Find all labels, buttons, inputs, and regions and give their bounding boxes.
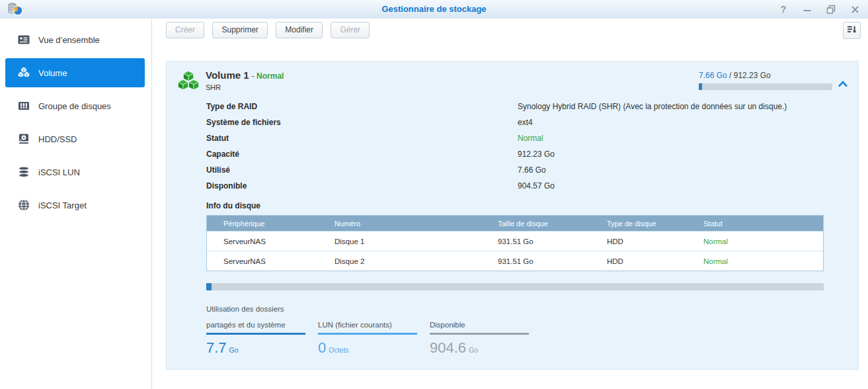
sidebar-item-overview[interactable]: Vue d’ensemble xyxy=(5,25,145,54)
column-header: Type de disque xyxy=(607,220,703,228)
legend-item-1: Utilisation des dossiers partagés et du … xyxy=(206,300,305,357)
volume-green-cubes-icon xyxy=(177,69,200,93)
sidebar-item-label: Volume xyxy=(38,68,67,78)
legend-label: LUN (fichier courants) xyxy=(318,317,392,333)
volume-details: Type de RAID Synology Hybrid RAID (SHR) … xyxy=(206,99,824,194)
iscsi-target-icon xyxy=(17,198,30,212)
volume-status: Normal xyxy=(256,71,284,81)
column-header: Périphérique xyxy=(207,220,335,228)
detail-row-filesystem: Système de fichiers ext4 xyxy=(206,114,824,130)
sort-list-icon xyxy=(846,24,857,38)
sidebar-item-label: HDD/SSD xyxy=(38,134,77,144)
legend-value-unit: Go xyxy=(469,346,478,354)
detail-row-raid-type: Type de RAID Synology Hybrid RAID (SHR) … xyxy=(206,99,824,114)
sort-list-button[interactable] xyxy=(843,22,861,39)
restore-icon[interactable] xyxy=(826,4,836,15)
sidebar-item-label: Groupe de disques xyxy=(38,101,111,111)
disk-status: Normal xyxy=(703,257,823,265)
column-header: Taille de disque xyxy=(498,220,607,228)
volume-panel: Volume 1 - Normal SHR 7.66 Go / 912.23 G… xyxy=(166,61,859,370)
capacity-bar xyxy=(699,83,832,90)
column-header: Statut xyxy=(703,220,823,228)
table-row: ServeurNAS Disque 2 931.51 Go HDD Normal xyxy=(207,251,823,271)
capacity-used: 7.66 Go xyxy=(699,71,727,80)
delete-button[interactable]: Supprimer xyxy=(212,22,267,38)
sidebar-item-iscsi-target[interactable]: iSCSI Target xyxy=(5,191,145,220)
sidebar: Vue d’ensemble xyxy=(0,19,152,389)
create-button: Créer xyxy=(166,22,204,38)
disk-status: Normal xyxy=(703,238,823,245)
minimize-icon[interactable] xyxy=(802,4,812,15)
legend-value-unit: Octets xyxy=(329,346,348,354)
detail-row-used: Utilisé 7.66 Go xyxy=(206,162,824,178)
titlebar: Gestionnaire de stockage ? xyxy=(0,0,868,19)
disk-info-title: Info du disque xyxy=(206,201,824,210)
legend-item-2: LUN (fichier courants) 0Octets xyxy=(318,300,417,357)
sidebar-item-disk-group[interactable]: Groupe de disques xyxy=(5,91,145,120)
close-icon[interactable] xyxy=(849,4,860,15)
modify-button[interactable]: Modifier xyxy=(276,22,323,38)
disk-table-header: Périphérique Numéro Taille de disque Typ… xyxy=(207,216,823,231)
main-content: Créer Supprimer Modifier Gérer xyxy=(152,19,868,389)
sidebar-item-iscsi-lun[interactable]: iSCSI LUN xyxy=(5,157,145,187)
detail-row-available: Disponible 904.57 Go xyxy=(206,178,824,194)
legend-label: Disponible xyxy=(430,317,465,333)
toolbar: Créer Supprimer Modifier Gérer xyxy=(152,19,868,57)
table-row: ServeurNAS Disque 1 931.51 Go HDD Normal xyxy=(207,231,823,251)
status-value-green: Normal xyxy=(518,134,824,143)
volume-cubes-icon xyxy=(17,66,30,79)
collapse-chevron-up-icon[interactable] xyxy=(838,80,848,88)
capacity-block: 7.66 Go / 912.23 Go xyxy=(699,71,832,90)
sidebar-item-label: iSCSI Target xyxy=(38,200,87,210)
disk-info-table: Périphérique Numéro Taille de disque Typ… xyxy=(206,215,824,271)
legend-label: Utilisation des dossiers partagés et du … xyxy=(206,301,305,333)
sidebar-item-hdd-ssd[interactable]: HDD/SSD xyxy=(5,124,145,153)
sidebar-item-label: Vue d’ensemble xyxy=(38,35,100,45)
usage-legend: Utilisation des dossiers partagés et du … xyxy=(206,300,824,357)
usage-bar-fill xyxy=(206,283,212,290)
detail-row-status: Statut Normal xyxy=(206,130,824,146)
storage-manager-app-icon xyxy=(7,2,23,16)
capacity-bar-fill xyxy=(699,83,702,90)
sidebar-item-label: iSCSI LUN xyxy=(38,167,80,177)
disk-group-icon xyxy=(17,99,30,112)
legend-value-number: 0 xyxy=(318,339,326,356)
usage-bar xyxy=(206,283,824,290)
storage-manager-window: Gestionnaire de stockage ? xyxy=(0,0,868,389)
window-title: Gestionnaire de stockage xyxy=(0,4,868,14)
volume-panel-header: Volume 1 - Normal SHR 7.66 Go / 912.23 G… xyxy=(167,62,858,93)
hdd-icon xyxy=(17,132,30,146)
detail-row-capacity: Capacité 912.23 Go xyxy=(206,146,824,162)
manage-button: Gérer xyxy=(331,22,370,38)
capacity-total: 912.23 Go xyxy=(734,71,771,80)
window-controls: ? xyxy=(778,0,860,19)
volume-name: Volume 1 xyxy=(206,69,249,81)
sidebar-item-volume[interactable]: Volume xyxy=(5,58,145,87)
volume-raid-label: SHR xyxy=(206,83,699,91)
legend-value-number: 7.7 xyxy=(206,339,227,356)
overview-icon xyxy=(17,33,30,46)
help-icon[interactable]: ? xyxy=(778,4,789,15)
legend-item-3: Disponible 904.6Go xyxy=(430,300,529,357)
legend-value-unit: Go xyxy=(229,346,239,354)
iscsi-lun-icon xyxy=(17,165,30,179)
legend-value-number: 904.6 xyxy=(430,339,466,356)
column-header: Numéro xyxy=(335,220,498,228)
